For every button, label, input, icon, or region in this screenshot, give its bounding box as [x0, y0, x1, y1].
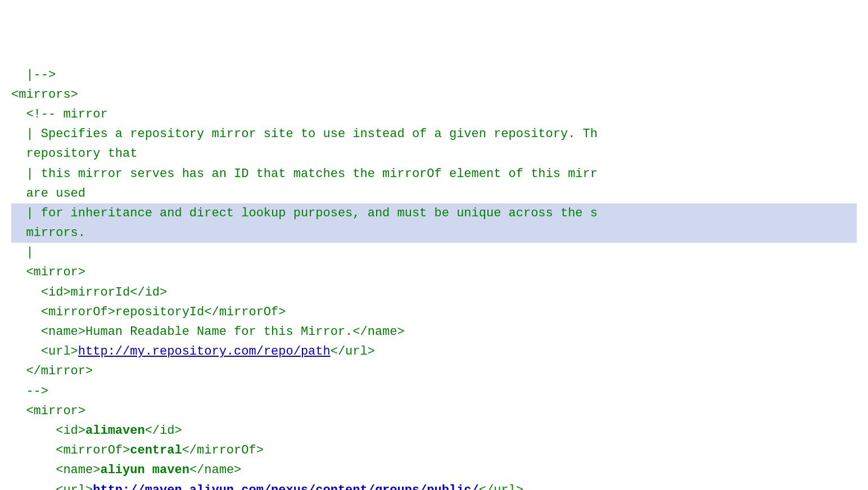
xml-tag: <id>alimaven</id>	[11, 424, 182, 438]
xml-tag: <mirrors>	[11, 88, 78, 102]
code-line: <url>http://my.repository.com/repo/path<…	[11, 342, 857, 361]
comment-text: | for inheritance and direct lookup purp…	[11, 206, 598, 220]
xml-tag: <mirrorOf>repositoryId</mirrorOf>	[11, 305, 286, 319]
code-content: |--><mirrors> <!-- mirror | Specifies a …	[11, 6, 857, 490]
code-line: repository that	[11, 144, 857, 164]
xml-tag: <mirror>	[11, 265, 85, 279]
code-line: | Specifies a repository mirror site to …	[11, 124, 857, 144]
code-line: <mirror>	[11, 262, 857, 282]
code-line: |-->	[11, 65, 857, 85]
code-line: <url>http://maven.aliyun.com/nexus/conte…	[11, 480, 857, 491]
xml-tag: <mirrorOf>central</mirrorOf>	[11, 443, 264, 457]
code-line: <mirror>	[11, 401, 857, 421]
bold-value: central	[130, 443, 182, 457]
code-line: <id>alimaven</id>	[11, 421, 857, 441]
code-line: <name>Human Readable Name for this Mirro…	[11, 322, 857, 342]
bold-value: aliyun maven	[100, 463, 189, 477]
comment-text: mirrors.	[11, 226, 85, 240]
comment-text: |	[11, 246, 34, 260]
xml-tag: <url>http://maven.aliyun.com/nexus/conte…	[11, 483, 523, 491]
comment-text: -->	[11, 384, 48, 398]
code-line: <mirrorOf>repositoryId</mirrorOf>	[11, 302, 857, 322]
xml-tag: <name>Human Readable Name for this Mirro…	[11, 325, 405, 339]
comment-text: <!-- mirror	[11, 107, 108, 121]
xml-tag: </mirror>	[11, 364, 93, 378]
code-line: <id>mirrorId</id>	[11, 283, 857, 302]
comment-text: repository that	[11, 147, 137, 161]
comment-text: |-->	[11, 68, 56, 82]
code-line: -->	[11, 382, 857, 401]
xml-tag: <id>mirrorId</id>	[11, 285, 167, 300]
code-line: <mirrors>	[11, 85, 857, 105]
comment-text: | Specifies a repository mirror site to …	[11, 127, 598, 141]
comment-text: | this mirror serves has an ID that matc…	[11, 167, 598, 181]
xml-tag: <name>aliyun maven</name>	[11, 463, 241, 477]
code-line: </mirror>	[11, 361, 857, 381]
code-line: |	[11, 243, 857, 262]
code-editor: |--><mirrors> <!-- mirror | Specifies a …	[11, 6, 857, 490]
xml-tag: <mirror>	[11, 404, 85, 418]
code-line: <mirrorOf>central</mirrorOf>	[11, 441, 857, 460]
xml-tag: <url>http://my.repository.com/repo/path<…	[11, 344, 375, 359]
url-link[interactable]: http://my.repository.com/repo/path	[78, 344, 331, 359]
bold-link: http://maven.aliyun.com/nexus/content/gr…	[93, 483, 479, 491]
url-link[interactable]: http://maven.aliyun.com/nexus/content/gr…	[93, 483, 479, 491]
code-line: <!-- mirror	[11, 105, 857, 124]
code-line: | for inheritance and direct lookup purp…	[11, 203, 857, 223]
code-line: <name>aliyun maven</name>	[11, 460, 857, 480]
bold-value: alimaven	[85, 424, 145, 438]
comment-text: are used	[11, 187, 85, 201]
code-line: are used	[11, 184, 857, 203]
code-line: mirrors.	[11, 223, 857, 243]
code-line: | this mirror serves has an ID that matc…	[11, 164, 857, 184]
